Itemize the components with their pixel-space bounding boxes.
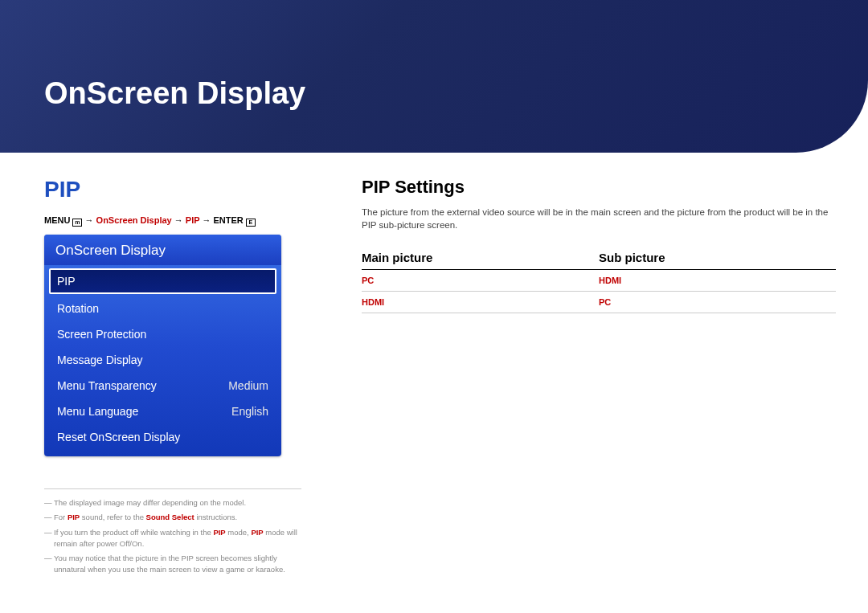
table-cell: HDMI [599, 270, 836, 292]
menu-item-label: Reset OnScreen Display [57, 431, 180, 443]
footnote-text: You may notice that the picture in the P… [54, 553, 301, 576]
footnote-text: For PIP sound, refer to the Sound Select… [54, 512, 237, 523]
breadcrumb: MENU m → OnScreen Display → PIP → ENTER … [44, 215, 317, 227]
menu-icon: m [72, 219, 82, 227]
menu-item-reset-osd[interactable]: Reset OnScreen Display [49, 424, 276, 450]
osd-menu-widget: OnScreen Display PIP Rotation Screen Pro… [44, 235, 281, 456]
footnote-highlight: PIP [251, 528, 263, 537]
menu-item-label: Screen Protection [57, 328, 146, 341]
dash-icon: ― [44, 527, 54, 550]
menu-item-label: Rotation [57, 302, 99, 315]
footnote-part: instructions. [194, 513, 237, 521]
breadcrumb-menu: MENU [44, 215, 70, 225]
menu-item-label: Menu Language [57, 405, 138, 418]
footnote: ― You may notice that the picture in the… [44, 553, 301, 576]
footnote-text: If you turn the product off while watchi… [54, 527, 301, 550]
dash-icon: ― [44, 553, 54, 576]
page-title: OnScreen Display [44, 76, 868, 111]
footnotes: ― The displayed image may differ dependi… [44, 488, 301, 576]
footnote: ― If you turn the product off while watc… [44, 527, 301, 550]
menu-widget-title: OnScreen Display [44, 235, 281, 265]
footnote-part: If you turn the product off while watchi… [54, 528, 213, 537]
menu-item-value: Medium [228, 379, 268, 392]
menu-item-menu-language[interactable]: Menu Language English [49, 398, 276, 424]
footnote-highlight: PIP [68, 513, 80, 521]
breadcrumb-pip: PIP [186, 215, 200, 225]
menu-item-message-display[interactable]: Message Display [49, 347, 276, 373]
left-column: PIP MENU m → OnScreen Display → PIP → EN… [44, 177, 317, 579]
footnote: ― The displayed image may differ dependi… [44, 497, 301, 509]
footnote-part: For [54, 513, 68, 521]
footnote-text: The displayed image may differ depending… [54, 497, 246, 509]
pip-settings-description: The picture from the external video sour… [362, 206, 836, 231]
footnote-part: mode, [226, 528, 252, 537]
dash-icon: ― [44, 512, 54, 523]
breadcrumb-osd: OnScreen Display [96, 215, 172, 225]
source-table: Main picture Sub picture PC HDMI HDMI PC [362, 246, 836, 313]
section-title-pip: PIP [44, 177, 317, 202]
footnote-highlight: Sound Select [146, 513, 194, 521]
table-header-main: Main picture [362, 246, 599, 270]
arrow-icon: → [85, 215, 94, 225]
footnote-highlight: PIP [213, 528, 225, 537]
menu-item-label: PIP [57, 275, 76, 288]
menu-item-menu-transparency[interactable]: Menu Transparency Medium [49, 373, 276, 398]
menu-item-rotation[interactable]: Rotation [49, 296, 276, 321]
enter-icon: E [246, 219, 256, 227]
table-cell: PC [362, 270, 599, 292]
table-row: HDMI PC [362, 292, 836, 313]
menu-item-screen-protection[interactable]: Screen Protection [49, 321, 276, 347]
menu-item-label: Menu Transparency [57, 379, 157, 392]
dash-icon: ― [44, 497, 54, 509]
arrow-icon: → [202, 215, 211, 225]
table-header-sub: Sub picture [599, 246, 836, 270]
header-banner: OnScreen Display [0, 0, 868, 153]
arrow-icon: → [174, 215, 183, 225]
menu-widget-body: PIP Rotation Screen Protection Message D… [44, 265, 281, 450]
content-area: PIP MENU m → OnScreen Display → PIP → EN… [44, 177, 836, 579]
footnote-part: sound, refer to the [80, 513, 145, 521]
right-column: PIP Settings The picture from the extern… [317, 177, 836, 579]
pip-settings-heading: PIP Settings [362, 177, 836, 198]
breadcrumb-enter: ENTER [214, 215, 244, 225]
menu-item-value: English [231, 405, 268, 418]
table-row: PC HDMI [362, 270, 836, 292]
table-cell: PC [599, 292, 836, 313]
footnote: ― For PIP sound, refer to the Sound Sele… [44, 512, 301, 523]
menu-item-label: Message Display [57, 353, 143, 366]
table-cell: HDMI [362, 292, 599, 313]
menu-item-pip[interactable]: PIP [49, 268, 276, 294]
